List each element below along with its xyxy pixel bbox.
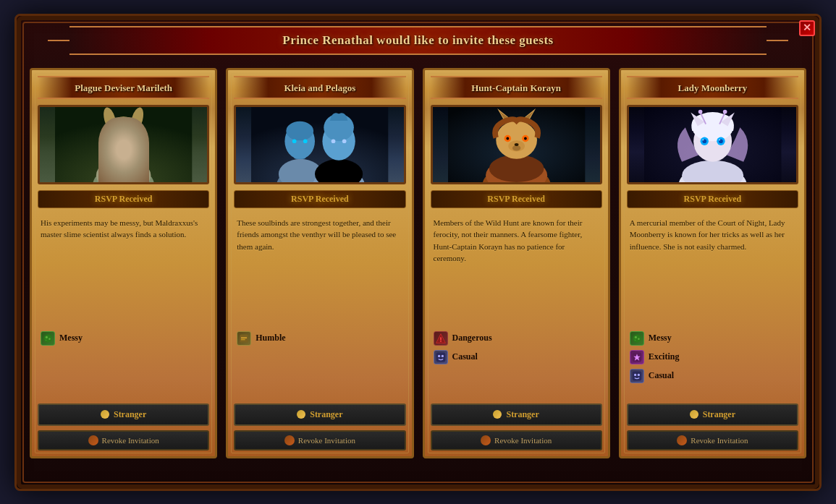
- svg-point-80: [633, 334, 641, 342]
- svg-point-88: [638, 373, 640, 375]
- svg-point-32: [332, 139, 336, 143]
- svg-point-3: [96, 158, 151, 181]
- svg-point-82: [638, 338, 639, 339]
- close-button[interactable]: ✕: [799, 20, 815, 36]
- svg-rect-86: [632, 371, 641, 380]
- card-description-moonberry: A mercurial member of the Court of Night…: [627, 214, 798, 325]
- svg-rect-57: [440, 341, 442, 342]
- card-korayn: Hunt-Captain Korayn: [423, 68, 610, 458]
- relationship-button-kleia[interactable]: Stranger: [234, 403, 405, 426]
- trait-icon-dangerous: [434, 331, 448, 346]
- revoke-button-marileth[interactable]: Revoke Invitation: [38, 430, 209, 450]
- relationship-button-marileth[interactable]: Stranger: [38, 403, 209, 426]
- svg-rect-36: [241, 338, 245, 340]
- svg-point-41: [489, 155, 544, 182]
- card-portrait-moonberry: [627, 105, 798, 184]
- trait-item-messy: Messy: [630, 331, 795, 346]
- card-portrait-kleia: [234, 105, 405, 184]
- card-header-moonberry: Lady Moonberry: [627, 76, 798, 99]
- svg-point-11: [129, 136, 132, 139]
- relationship-button-moonberry[interactable]: Stranger: [627, 403, 798, 426]
- rsvp-badge-korayn: RSVP Received: [431, 190, 602, 208]
- card-portrait-marileth: [38, 105, 209, 184]
- cards-container: Plague Deviser Marileth: [17, 62, 819, 464]
- traits-section-moonberry: Messy Exciting Casual: [627, 325, 798, 398]
- svg-point-2: [93, 165, 154, 182]
- svg-point-25: [292, 139, 297, 143]
- trait-item-casual: Casual: [630, 369, 795, 383]
- svg-point-49: [506, 137, 509, 140]
- svg-point-15: [46, 336, 48, 338]
- window-title: Prince Renathal would like to invite the…: [282, 33, 553, 47]
- main-window: ✕ Prince Renathal would like to invite t…: [14, 14, 822, 491]
- card-description-kleia: These soulbinds are strongest together, …: [234, 214, 405, 325]
- svg-point-43: [496, 120, 537, 158]
- trait-icon-casual: [630, 369, 644, 383]
- traits-section-marileth: Messy: [38, 325, 209, 398]
- trait-label-dangerous: Dangerous: [452, 333, 492, 343]
- trait-label-messy: Messy: [649, 333, 672, 343]
- svg-rect-35: [241, 337, 247, 338]
- relationship-label-moonberry: Stranger: [703, 409, 735, 420]
- relationship-indicator-kleia: [297, 410, 305, 419]
- trait-label-messy: Messy: [59, 333, 83, 343]
- trait-item-humble: Humble: [237, 331, 402, 346]
- revoke-button-moonberry[interactable]: Revoke Invitation: [627, 430, 798, 450]
- card-name-moonberry: Lady Moonberry: [678, 82, 748, 93]
- card-footer-korayn: Stranger Revoke Invitation: [431, 398, 602, 450]
- relationship-indicator-marileth: [101, 410, 109, 419]
- svg-point-79: [723, 109, 727, 114]
- card-name-korayn: Hunt-Captain Korayn: [471, 82, 561, 93]
- svg-rect-1: [55, 107, 192, 182]
- relationship-indicator-moonberry: [690, 410, 698, 419]
- trait-icon-messy: [41, 331, 55, 346]
- revoke-button-kleia[interactable]: Revoke Invitation: [234, 430, 405, 450]
- svg-point-74: [702, 139, 704, 140]
- rsvp-badge-marileth: RSVP Received: [38, 190, 209, 208]
- svg-rect-58: [436, 352, 445, 362]
- title-bar: Prince Renathal would like to invite the…: [17, 16, 819, 62]
- svg-point-83: [635, 339, 636, 341]
- trait-label-exciting: Exciting: [649, 351, 680, 362]
- title-banner: Prince Renathal would like to invite the…: [69, 26, 766, 55]
- svg-point-77: [698, 109, 703, 114]
- svg-rect-56: [440, 337, 442, 340]
- svg-point-33: [342, 139, 347, 143]
- relationship-button-korayn[interactable]: Stranger: [431, 403, 602, 426]
- relationship-indicator-korayn: [493, 410, 502, 419]
- svg-point-24: [287, 121, 314, 140]
- revoke-icon-kleia: [284, 435, 295, 445]
- trait-item-casual: Casual: [434, 350, 599, 364]
- revoke-icon-korayn: [481, 435, 491, 445]
- svg-point-60: [441, 354, 443, 356]
- relationship-label-korayn: Stranger: [506, 409, 539, 420]
- revoke-button-korayn[interactable]: Revoke Invitation: [431, 430, 602, 450]
- trait-icon-messy: [630, 331, 644, 346]
- svg-point-87: [634, 373, 636, 375]
- card-description-korayn: Members of the Wild Hunt are known for t…: [431, 214, 602, 325]
- trait-icon-exciting: [630, 350, 644, 364]
- trait-item-exciting: Exciting: [630, 350, 795, 364]
- card-header-korayn: Hunt-Captain Korayn: [431, 76, 602, 99]
- revoke-icon-moonberry: [677, 435, 687, 445]
- card-name-kleia: Kleia and Pelagos: [284, 82, 355, 93]
- card-marileth: Plague Deviser Marileth: [30, 68, 217, 458]
- trait-item-messy: Messy: [41, 331, 206, 346]
- trait-icon-casual: [434, 350, 448, 364]
- svg-point-45: [512, 145, 520, 150]
- svg-point-17: [46, 339, 47, 341]
- svg-point-50: [524, 137, 527, 140]
- svg-point-81: [635, 336, 637, 338]
- trait-label-casual: Casual: [649, 370, 674, 381]
- svg-point-10: [115, 136, 118, 139]
- card-header-marileth: Plague Deviser Marileth: [38, 76, 209, 99]
- card-kleia: Kleia and Pelagos: [226, 68, 413, 458]
- svg-rect-4: [117, 145, 130, 158]
- revoke-label-marileth: Revoke Invitation: [102, 436, 159, 445]
- relationship-label-marileth: Stranger: [114, 409, 146, 420]
- svg-point-75: [719, 139, 720, 140]
- svg-point-59: [438, 354, 440, 356]
- card-footer-moonberry: Stranger Revoke Invitation: [627, 398, 798, 450]
- revoke-label-korayn: Revoke Invitation: [494, 436, 552, 445]
- card-description-marileth: His experiments may be messy, but Maldra…: [38, 214, 209, 325]
